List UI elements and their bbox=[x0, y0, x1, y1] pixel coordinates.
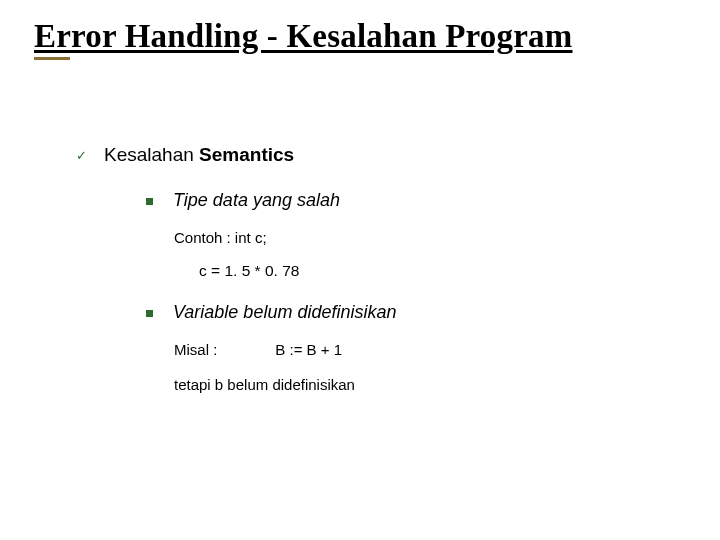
bullet-level2: Tipe data yang salah bbox=[146, 190, 692, 211]
square-bullet-icon bbox=[146, 198, 153, 205]
note-line: tetapi b belum didefinisikan bbox=[174, 376, 692, 393]
example1-label: Contoh : int c; bbox=[174, 229, 692, 246]
example1-code: c = 1. 5 * 0. 78 bbox=[76, 262, 692, 280]
bullet1-prefix: Kesalahan bbox=[104, 144, 199, 165]
bullet-level1-text: Kesalahan Semantics bbox=[104, 144, 294, 166]
bullet-level2: Variable belum didefinisikan bbox=[146, 302, 692, 323]
bullet1-bold: Semantics bbox=[199, 144, 294, 165]
sub-bullet-1: Tipe data yang salah bbox=[173, 190, 340, 211]
slide-title: Error Handling - Kesalahan Program bbox=[34, 18, 573, 59]
misal-label: Misal : bbox=[174, 341, 217, 358]
bullet-level1: ✓ Kesalahan Semantics bbox=[76, 144, 692, 166]
misal-row: Misal : B := B + 1 bbox=[174, 341, 692, 358]
title-accent-bar bbox=[34, 57, 70, 60]
sub-bullet-2: Variable belum didefinisikan bbox=[173, 302, 396, 323]
slide-title-wrap: Error Handling - Kesalahan Program bbox=[34, 18, 573, 60]
square-bullet-icon bbox=[146, 310, 153, 317]
checkmark-icon: ✓ bbox=[76, 148, 88, 163]
misal-code: B := B + 1 bbox=[275, 341, 342, 358]
